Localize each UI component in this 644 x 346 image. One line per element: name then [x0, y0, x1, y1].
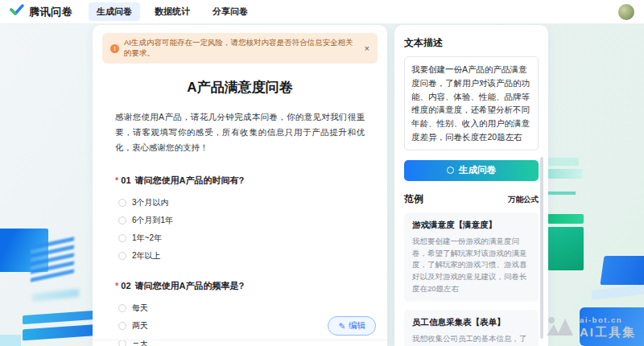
option-row[interactable]: 1年~2年	[118, 233, 365, 243]
option-label: 6个月到1年	[132, 215, 173, 226]
tencent-survey-check-icon	[10, 3, 24, 21]
ai-risk-warning-banner: ! AI生成内容可能存在一定风险，请您核对内容是否符合信息安全相关的要求。 ×	[102, 33, 378, 64]
survey-preview-card: ! AI生成内容可能存在一定风险，请您核对内容是否符合信息安全相关的要求。 × …	[93, 25, 387, 346]
example-card-description: 我想要创建一份游戏的满意度问卷，希望了解玩家对该游戏的满意度，了解玩家的游戏习惯…	[412, 236, 530, 295]
tab-generate-survey[interactable]: 生成问卷	[89, 2, 140, 21]
question-number: 02	[121, 281, 130, 290]
question-2: *02请问您使用A产品的频率是? 每天 两天 三天 一星期	[115, 280, 365, 346]
watermark-text: ai-bot.cn AI工具集	[580, 316, 636, 339]
question-number: 01	[121, 175, 130, 185]
close-icon[interactable]: ×	[365, 44, 369, 53]
example-card-employee-info[interactable]: 员工信息采集表【表单】 我想收集公司员工的基本信息，了解公司内员工的基本信息，包…	[404, 310, 539, 346]
decor-slab-left	[32, 289, 79, 302]
nav-tabs: 生成问卷 数据统计 分享问卷	[89, 2, 256, 21]
survey-title: A产品满意度问卷	[93, 78, 387, 97]
edit-row: ✎ 编辑	[328, 316, 376, 336]
edit-button[interactable]: ✎ 编辑	[328, 316, 376, 336]
decor-slab-right-2	[548, 169, 583, 179]
question-text: 请问您使用A产品的频率是?	[135, 281, 245, 290]
decor-cube-right	[600, 256, 644, 285]
warning-icon: !	[110, 44, 119, 53]
edit-button-label: 编辑	[349, 320, 365, 332]
watermark: ai-bot.cn AI工具集	[546, 315, 636, 340]
tab-share-survey[interactable]: 分享问卷	[204, 2, 256, 21]
universal-formula-link[interactable]: 万能公式	[508, 195, 539, 205]
example-card-title: 员工信息采集表【表单】	[412, 317, 530, 328]
option-label: 1年~2年	[132, 233, 162, 244]
edit-pencil-icon: ✎	[338, 321, 345, 331]
decor-sheet-right	[592, 284, 644, 299]
decor-line-right	[548, 192, 576, 195]
example-card-description: 我想收集公司员工的基本信息，了解公司内员工的基本信息，包括性别、年龄、联系方式等…	[412, 333, 530, 346]
question-1-options: 3个月以内 6个月到1年 1年~2年 2年以上	[115, 198, 365, 261]
ai-bot-logo-icon	[546, 315, 573, 340]
examples-header: 范例 万能公式	[404, 192, 539, 206]
radio-icon[interactable]	[118, 322, 126, 330]
decor-slab-right-4	[547, 227, 584, 270]
decor-bar-left-3	[0, 335, 21, 346]
user-avatar[interactable]	[618, 4, 634, 20]
watermark-name: AI工具集	[580, 325, 636, 339]
radio-icon[interactable]	[118, 216, 126, 224]
decor-stripes-left	[31, 237, 74, 284]
brand-logo: 腾讯问卷	[10, 3, 72, 21]
decor-bar-left-2	[23, 324, 101, 341]
example-card-game-satisfaction[interactable]: 游戏满意度【满意度】 我想要创建一份游戏的满意度问卷，希望了解玩家对该游戏的满意…	[404, 212, 539, 303]
survey-description: 感谢您使用A产品，请花几分钟完成本问卷，你的意见对我们很重要，请客观填写你的感受…	[115, 109, 365, 155]
radio-icon[interactable]	[118, 199, 126, 207]
option-label: 每天	[132, 303, 148, 314]
option-label: 2年以上	[132, 250, 161, 262]
option-row[interactable]: 每天	[118, 303, 365, 313]
watermark-url: ai-bot.cn	[580, 316, 636, 325]
top-navbar: 腾讯问卷 生成问卷 数据统计 分享问卷	[0, 0, 644, 24]
radio-icon[interactable]	[118, 234, 126, 242]
generate-survey-button[interactable]: 生成问卷	[404, 160, 539, 181]
required-asterisk: *	[115, 175, 118, 185]
card-footer-divider	[93, 340, 387, 340]
question-1-title: *01请问您使用A产品的时间有?	[115, 175, 365, 187]
example-card-title-text: 游戏满意度【满意度】	[412, 220, 497, 231]
generate-ring-icon	[447, 167, 454, 174]
option-label: 3个月以内	[132, 197, 169, 208]
example-card-title: 游戏满意度【满意度】	[412, 220, 530, 231]
prompt-section-title: 文本描述	[404, 36, 539, 50]
tab-data-statistics[interactable]: 数据统计	[147, 2, 198, 21]
example-card-title-text: 员工信息采集表【表单】	[412, 317, 506, 328]
brand-name: 腾讯问卷	[29, 5, 72, 19]
generator-sidebar: 文本描述 我要创建一份A产品的产品满意度问卷，了解用户对该产品的功能、内容、体验…	[394, 25, 548, 346]
option-row[interactable]: 2年以上	[118, 251, 365, 261]
radio-icon[interactable]	[118, 304, 126, 312]
question-1: *01请问您使用A产品的时间有? 3个月以内 6个月到1年 1年~2年 2年以	[115, 175, 365, 261]
decor-bar-left-1	[23, 311, 95, 324]
warning-text: AI生成内容可能存在一定风险，请您核对内容是否符合信息安全相关的要求。	[124, 38, 360, 59]
question-2-title: *02请问您使用A产品的频率是?	[115, 280, 365, 292]
generate-button-label: 生成问卷	[459, 164, 496, 176]
decor-slab-right-3	[547, 214, 584, 224]
sidebar-scrollbar[interactable]	[540, 157, 543, 339]
app-root: 腾讯问卷 生成问卷 数据统计 分享问卷 ! AI生成内容可能存在一定风险，请您核…	[0, 0, 644, 346]
option-row[interactable]: 3个月以内	[118, 198, 365, 208]
required-asterisk: *	[115, 281, 118, 290]
examples-title: 范例	[404, 192, 423, 206]
prompt-textarea[interactable]: 我要创建一份A产品的产品满意度问卷，了解用户对该产品的功能、内容、体验、性能、品…	[404, 56, 539, 150]
question-text: 请问您使用A产品的时间有?	[135, 175, 245, 185]
option-row[interactable]: 6个月到1年	[118, 216, 365, 225]
option-label: 两天	[132, 320, 148, 332]
decor-slab-right-1	[548, 158, 579, 166]
radio-icon[interactable]	[118, 252, 126, 260]
